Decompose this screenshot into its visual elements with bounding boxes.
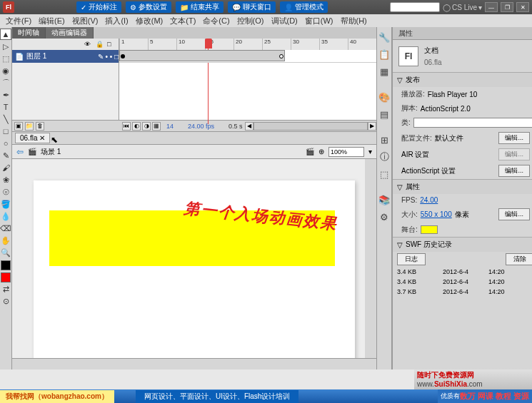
free-transform-tool[interactable]: ⬚ — [0, 53, 11, 64]
menu-debug[interactable]: 调试(D) — [268, 15, 301, 27]
close-button[interactable]: ✕ — [516, 2, 529, 12]
timeline-scrollbar[interactable] — [254, 122, 368, 131]
menu-text[interactable]: 文本(T) — [167, 15, 199, 27]
zoom-tool[interactable]: 🔍 — [0, 247, 11, 258]
menu-modify[interactable]: 修改(M) — [133, 15, 166, 27]
menu-help[interactable]: 帮助(H) — [338, 15, 370, 27]
brush-tool[interactable]: 🖌 — [0, 162, 11, 173]
tab-motion-editor[interactable]: 动画编辑器 — [46, 27, 94, 39]
search-input[interactable] — [390, 2, 440, 12]
edit-profile-button[interactable]: 编辑... — [498, 132, 530, 144]
minimize-button[interactable]: — — [485, 2, 498, 12]
hand-tool[interactable]: ✋ — [0, 235, 11, 246]
dock-project-icon[interactable]: 📋 — [377, 47, 391, 61]
outline-icon[interactable]: □ — [107, 41, 114, 48]
frame-ruler[interactable]: 1 5 10 15 20 25 30 35 40 — [119, 39, 376, 50]
eyedropper-tool[interactable]: 💧 — [0, 210, 11, 222]
menu-view[interactable]: 视图(V) — [69, 15, 101, 27]
log-button[interactable]: 日志 — [397, 253, 426, 265]
3d-rotation-tool[interactable]: ◉ — [0, 65, 11, 76]
fps-value[interactable]: 24.00 — [420, 196, 438, 204]
eye-icon[interactable]: 👁 — [84, 41, 91, 48]
edit-size-button[interactable]: 编辑... — [498, 208, 530, 220]
eraser-tool[interactable]: ⌫ — [0, 223, 11, 234]
scene-name[interactable]: 场景 1 — [41, 147, 61, 157]
restore-button[interactable]: ❐ — [501, 2, 513, 12]
dock-align-icon[interactable]: ⊞ — [377, 133, 391, 147]
publish-section-header[interactable]: ▽ 发布 — [393, 73, 532, 87]
line-tool[interactable]: ╲ — [0, 113, 11, 125]
stage-color-swatch[interactable] — [421, 225, 438, 234]
cslive-label[interactable]: ◯ CS Live ▾ — [443, 4, 482, 11]
dock-color-icon[interactable]: 🎨 — [377, 90, 391, 104]
rectangle-tool[interactable]: □ — [0, 126, 11, 137]
dock-library-icon[interactable]: ▦ — [377, 64, 391, 78]
manage-button[interactable]: 👤管理模式 — [280, 1, 328, 13]
scroll-right-icon[interactable]: ▶ — [368, 122, 376, 131]
tab-timeline[interactable]: 时间轴 — [12, 27, 46, 39]
back-arrow-icon[interactable]: ⇦ — [16, 147, 24, 157]
dock-library2-icon[interactable]: 📚 — [377, 193, 391, 207]
bone-tool[interactable]: ⦾ — [0, 186, 11, 198]
onion-skin-outline-icon[interactable]: ◑ — [142, 122, 151, 131]
menu-edit[interactable]: 编辑(E) — [36, 15, 68, 27]
chat-button[interactable]: 💬聊天窗口 — [228, 1, 276, 13]
stage-canvas[interactable]: 第一个入场动画效果 — [34, 180, 355, 358]
properties-panel-header[interactable]: 属性 — [393, 27, 532, 40]
menu-control[interactable]: 控制(O) — [234, 15, 267, 27]
dock-tools-icon[interactable]: 🔧 — [377, 30, 391, 44]
document-tab[interactable]: 06.fla ✕ ⬉ — [15, 133, 50, 143]
edit-symbol-icon[interactable]: ⊕ — [318, 148, 324, 155]
new-folder-icon[interactable]: 📁 — [25, 122, 34, 131]
zoom-input[interactable] — [328, 147, 364, 157]
as-settings-button[interactable]: 编辑... — [498, 165, 530, 177]
menu-file[interactable]: 文件(F) — [3, 15, 34, 27]
stroke-color-swatch[interactable] — [1, 260, 11, 270]
oval-tool[interactable]: ○ — [0, 138, 11, 149]
subselection-tool[interactable]: ▷ — [0, 41, 11, 52]
history-section-header[interactable]: ▽ SWF 历史记录 — [393, 238, 532, 252]
clear-button[interactable]: 清除 — [506, 253, 532, 265]
stage-scrollbar-v[interactable] — [365, 159, 376, 358]
swap-colors-icon[interactable]: ⇄ — [0, 283, 11, 295]
goto-first-icon[interactable]: ⏮ — [122, 122, 131, 131]
pencil-tool[interactable]: ✎ — [0, 150, 11, 161]
menu-insert[interactable]: 插入(I) — [102, 15, 131, 27]
stage-area[interactable]: 第一个入场动画效果 — [12, 159, 365, 358]
onion-skin-icon[interactable]: ◐ — [132, 122, 141, 131]
new-layer-icon[interactable]: ▣ — [14, 122, 23, 131]
paint-bucket-tool[interactable]: 🪣 — [0, 198, 11, 210]
frames-area[interactable] — [119, 50, 376, 63]
fps-display[interactable]: 24.00 fps — [174, 123, 214, 130]
scroll-left-icon[interactable]: ◀ — [245, 122, 254, 131]
zoom-dropdown-icon[interactable]: ▾ — [368, 148, 372, 155]
lock-icon[interactable]: 🔒 — [96, 41, 103, 48]
layer-item[interactable]: 📄 图层 1 ✎ • • □ — [12, 50, 119, 63]
dock-swatches-icon[interactable]: ▤ — [377, 107, 391, 121]
scene-icon: 🎬 — [28, 148, 36, 155]
snap-to-object-icon[interactable]: ⊙ — [0, 295, 11, 307]
size-value[interactable]: 550 x 100 — [421, 210, 452, 218]
end-share-button[interactable]: 📁结束共享 — [176, 1, 224, 13]
annotate-button[interactable]: ✓开始标注 — [76, 1, 121, 13]
dock-behaviors-icon[interactable]: ⚙ — [377, 210, 391, 224]
settings-button[interactable]: ⚙参数设置 — [126, 1, 171, 13]
pen-tool[interactable]: ✒ — [0, 89, 11, 101]
properties-section-header[interactable]: ▽ 属性 — [393, 180, 532, 194]
taskbar-center-label: 网页设计、平面设计、UI设计、Flash设计培训 — [136, 390, 298, 403]
text-tool[interactable]: T — [0, 101, 11, 113]
dock-info-icon[interactable]: ⓘ — [377, 150, 391, 164]
class-input[interactable] — [413, 118, 532, 128]
menu-commands[interactable]: 命令(C) — [200, 15, 232, 27]
selection-tool[interactable]: ▲ — [0, 29, 11, 40]
edit-multiple-icon[interactable]: ▦ — [152, 122, 161, 131]
deco-tool[interactable]: ❀ — [0, 174, 11, 185]
delete-layer-icon[interactable]: 🗑 — [36, 122, 44, 131]
stage-scrollbar-h[interactable] — [12, 358, 376, 369]
cursor-icon: ⬉ — [51, 135, 58, 145]
lasso-tool[interactable]: ⌒ — [0, 77, 11, 88]
edit-scene-icon[interactable]: 🎬 — [306, 148, 314, 155]
dock-transform-icon[interactable]: ⬚ — [377, 167, 391, 181]
fill-color-swatch[interactable] — [1, 272, 11, 282]
menu-window[interactable]: 窗口(W) — [302, 15, 336, 27]
